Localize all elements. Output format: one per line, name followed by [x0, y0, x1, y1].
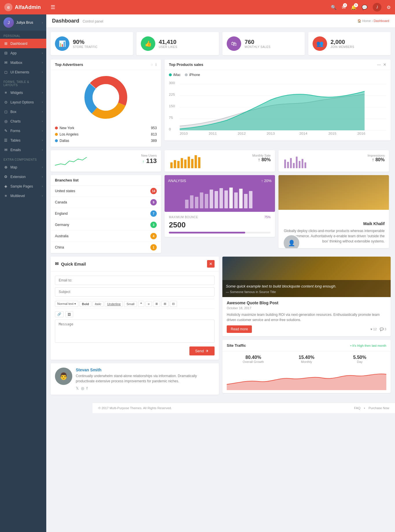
sidebar-item-layout[interactable]: ⊙ Layout Options › — [0, 97, 46, 107]
monthly-sale-change: ↑ 80% — [252, 157, 271, 162]
image-button[interactable]: 🖼 — [65, 311, 73, 317]
toolbar-quote[interactable]: ❝ — [138, 301, 144, 307]
sidebar-item-forms[interactable]: ✎ Forms › — [0, 126, 46, 136]
arrow-icon: › — [42, 61, 43, 64]
sidebar-item-dashboard[interactable]: ⊞ Dashboard › — [0, 39, 46, 48]
blog-title: Awesome Quote Blog Post — [227, 301, 386, 305]
svg-rect-30 — [284, 160, 286, 168]
blog-comments: 💬 3 — [380, 327, 386, 331]
sales-info: 760 MONTHLY SALES — [245, 39, 271, 49]
sidebar-item-extension[interactable]: ⚙ Extension › — [0, 172, 46, 181]
chat-icon[interactable]: 💬 — [362, 5, 368, 10]
stat-card-likes: 👍 41,410 USER LIKES — [136, 32, 219, 55]
arrow-icon: › — [42, 175, 43, 178]
avatar[interactable]: J — [373, 3, 381, 12]
section-title-personal: PERSONAL — [0, 31, 46, 39]
toolbar-normal-text[interactable]: Normal text ▾ — [55, 301, 78, 307]
purchase-link[interactable]: Purchase Now — [368, 406, 389, 410]
imac-label: iMac — [173, 73, 180, 77]
analysis-header: ANALYSIS ↑ 20% — [168, 179, 272, 183]
sidebar-item-app[interactable]: ⊟ App › — [0, 48, 46, 58]
read-more-button[interactable]: Read more — [227, 325, 252, 333]
toolbar-grid2[interactable]: ⊟ — [170, 301, 177, 307]
close-quick-email-button[interactable]: ✕ — [207, 260, 215, 268]
sidebar-item-label: Emails — [10, 148, 40, 152]
toolbar-italic[interactable]: Italic — [93, 301, 104, 307]
bounce-header: MAXIMUM BOUNCE 75% — [169, 215, 271, 219]
sidebar-item-box[interactable]: ◻ Box › — [0, 107, 46, 116]
breadcrumb-home[interactable]: Home — [362, 19, 371, 23]
mail-icon[interactable]: ✉ 3 — [342, 5, 346, 10]
iphone-dot — [185, 73, 188, 76]
analysis-chart — [168, 185, 272, 208]
branch-name-canada: Canada — [55, 200, 67, 204]
search-icon[interactable]: 🔍 — [331, 5, 337, 10]
toolbar-small[interactable]: Small — [124, 301, 137, 307]
toolbar-grid1[interactable]: ⊞ — [161, 301, 169, 307]
widgets-icon: ≡ — [3, 90, 8, 95]
row-mini-stats: New Users ↑ 113 — [51, 150, 391, 172]
page-title: Dashboard — [52, 18, 79, 24]
settings-icon[interactable]: ⚙ — [387, 5, 391, 10]
sidebar-user[interactable]: J Juliya Brus › — [0, 14, 46, 31]
info-icon[interactable]: ℹ — [155, 62, 157, 67]
site-traffic-header: Site Traffic • It's High then last month — [222, 340, 391, 351]
analysis-wrapper: ANALYSIS ↑ 20% — [165, 175, 275, 253]
new-users-label: New Users — [141, 154, 157, 157]
sidebar-item-tables[interactable]: ☰ Tables › — [0, 136, 46, 145]
sidebar-item-map[interactable]: ⊕ Map › — [0, 162, 46, 172]
page-subtitle: Control panel — [83, 19, 103, 23]
email-subject-input[interactable] — [55, 287, 215, 296]
dallas-value: 389 — [151, 139, 157, 143]
twitter-icon[interactable]: 𝕏 — [76, 386, 79, 390]
svg-rect-39 — [190, 195, 193, 208]
minimize-icon[interactable]: — — [377, 62, 381, 67]
sidebar-item-label: Box — [10, 110, 40, 114]
hamburger-icon[interactable]: ☰ — [51, 4, 55, 10]
profile-social: 𝕏 ◎ f — [76, 386, 215, 390]
sidebar-item-label: Layout Options — [10, 100, 40, 104]
impressions-label: Impressions — [368, 154, 385, 157]
circle-icon[interactable]: ○ — [151, 62, 153, 67]
advertisers-header: Top Advertisers ○ ℹ — [51, 60, 161, 70]
bell-icon[interactable]: 🔔 5 — [351, 5, 357, 10]
close-icon[interactable]: ✕ — [383, 62, 386, 67]
analysis-change: ↑ 20% — [261, 179, 272, 183]
facebook-icon[interactable]: f — [86, 386, 88, 390]
arrow-icon: › — [42, 148, 43, 151]
send-button[interactable]: Send ✈ — [189, 346, 215, 355]
monthly-sale-card-wrapper: Monthly Sale ↑ 80% — [165, 150, 275, 172]
sidebar-item-ui-elements[interactable]: ◻ UI Elements › — [0, 67, 46, 77]
impressions-sparkline — [283, 154, 318, 168]
link-button[interactable]: 🔗 — [55, 311, 64, 317]
bounce-section: MAXIMUM BOUNCE 75% 2500 — [165, 212, 275, 237]
branch-name-us: United states — [55, 189, 75, 193]
toolbar-list1[interactable]: ≡ — [145, 301, 152, 307]
email-message-textarea[interactable] — [55, 320, 215, 343]
sidebar-item-emails[interactable]: ✉ Emails › — [0, 145, 46, 155]
sidebar-item-widgets[interactable]: ≡ Widgets › — [0, 88, 46, 97]
svg-rect-28 — [195, 155, 197, 168]
new-users-stats: New Users ↑ 113 — [141, 154, 157, 165]
toolbar-bold[interactable]: Bold — [80, 301, 91, 307]
sidebar-item-label: Charts — [10, 119, 40, 123]
email-to-input[interactable] — [55, 276, 215, 285]
sidebar-item-sample-pages[interactable]: ◈ Sample Pages › — [0, 181, 46, 191]
sidebar-item-mailbox[interactable]: ✉ Mailbox › — [0, 58, 46, 67]
sales-icon: 🛍 — [227, 36, 241, 51]
toolbar-underline[interactable]: Underline — [105, 301, 123, 307]
sidebar-item-label: Dashboard — [10, 42, 40, 46]
sidebar-item-charts[interactable]: ◎ Charts › — [0, 116, 46, 126]
svg-rect-44 — [215, 191, 218, 208]
profile-card: 👨 Stevan Smith Continually underwhelm st… — [51, 363, 219, 395]
sidebar-item-multilevel[interactable]: ≡ Multilevel › — [0, 191, 46, 201]
toolbar-list2[interactable]: ≣ — [153, 301, 160, 307]
branches-header: Branches list — [51, 175, 161, 186]
svg-text:0: 0 — [169, 128, 171, 131]
svg-text:2015: 2015 — [328, 132, 336, 135]
svg-rect-35 — [299, 161, 300, 168]
faq-link[interactable]: FAQ — [354, 406, 361, 410]
max-bounce-value: 2500 — [169, 220, 271, 229]
instagram-icon[interactable]: ◎ — [81, 386, 84, 390]
arrow-icon: › — [42, 166, 43, 169]
